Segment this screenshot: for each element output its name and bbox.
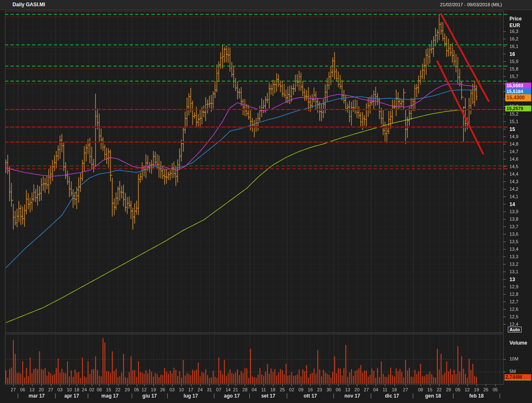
price-tick-label: 14,5: [509, 164, 518, 169]
price-tick-label: 13,7: [509, 224, 518, 229]
x-week-label: 15: [427, 387, 432, 392]
date-range: 21/02/2017 - 09/03/2018 (MIL): [440, 2, 502, 7]
x-week-label: 26: [160, 387, 165, 392]
x-month-label: dic 17: [385, 393, 399, 399]
volume-tick-label: 10M: [509, 356, 518, 361]
price-tick-label: 14,2: [509, 186, 518, 191]
price-tick-label: 13: [509, 277, 515, 282]
price-tick-label: 14,8: [509, 141, 518, 146]
price-tick-label: 12,7: [509, 299, 518, 304]
price-tick-label: 12,9: [509, 284, 518, 289]
price-tick-label: 16,3: [509, 29, 518, 34]
x-month-label: nov 17: [344, 393, 360, 399]
volume-tick-label: 5M: [509, 369, 516, 374]
price-marker-ma-blue: 15,5184: [505, 88, 531, 94]
price-tick-label: 14,3: [509, 179, 518, 184]
price-tick-label: 13,4: [509, 247, 518, 252]
x-week-label: 20: [39, 387, 44, 392]
x-week-label: 30: [326, 387, 331, 392]
x-week-label: 27: [364, 387, 369, 392]
x-week-label: 08: [418, 387, 423, 392]
price-tick-label: 13,5: [509, 239, 518, 244]
chart-canvas[interactable]: [0, 0, 532, 403]
x-month-separator: |: [167, 393, 168, 398]
price-tick-label: 14: [509, 202, 515, 207]
x-week-label: 17: [188, 387, 193, 392]
volume-marker-last: 2,744M: [504, 374, 531, 380]
x-month-separator: |: [55, 393, 56, 398]
x-month-label: ago 17: [224, 393, 240, 399]
x-month-label: giu 17: [143, 393, 157, 399]
x-week-label: 19: [474, 387, 479, 392]
x-month-label: gen 18: [425, 393, 441, 399]
x-week-label: 29: [125, 387, 130, 392]
x-week-label: 22: [115, 387, 120, 392]
price-tick-label: 13,8: [509, 217, 518, 222]
x-week-label: 27: [403, 387, 408, 392]
x-week-label: 07: [216, 387, 221, 392]
x-month-separator: |: [370, 393, 371, 398]
volume-axis-title: Volume: [509, 340, 527, 346]
price-tick-label: 15,9: [509, 59, 518, 64]
x-week-label: 06: [20, 387, 25, 392]
x-week-label: 02: [289, 387, 294, 392]
x-month-separator: |: [88, 393, 89, 398]
x-week-label: 20: [354, 387, 359, 392]
x-week-label: 15: [106, 387, 111, 392]
x-week-label: 05: [493, 387, 498, 392]
price-tick-label: 16,1: [509, 44, 518, 49]
x-week-label: 18: [271, 387, 276, 392]
x-week-label: 31: [207, 387, 212, 392]
x-month-separator: |: [18, 393, 19, 398]
x-month-label: mag 17: [101, 393, 118, 399]
x-month-separator: |: [412, 393, 414, 398]
x-week-label: 05: [134, 387, 139, 392]
x-week-label: 16: [308, 387, 313, 392]
auto-scale-button[interactable]: Auto: [508, 327, 522, 332]
x-week-label: 21: [233, 387, 238, 392]
x-week-label: 03: [58, 387, 63, 392]
x-week-label: 25: [280, 387, 285, 392]
x-month-separator: |: [499, 393, 500, 398]
price-tick-label: 15,7: [509, 74, 518, 79]
x-week-label: 19: [151, 387, 156, 392]
x-month-label: lug 17: [183, 393, 198, 399]
x-week-label: 22: [437, 387, 442, 392]
x-week-label: 18: [74, 387, 79, 392]
x-month-label: feb 18: [469, 393, 484, 399]
price-tick-label: 15,8: [509, 66, 518, 71]
price-tick-label: 13,3: [509, 254, 518, 259]
x-week-label: 12: [464, 387, 469, 392]
price-tick-label: 12,5: [509, 314, 518, 319]
x-week-label: 26: [483, 387, 488, 392]
x-month-separator: |: [286, 393, 288, 398]
chart-window: Daily GASI.MI 21/02/2017 - 09/03/2018 (M…: [0, 0, 532, 403]
price-tick-label: 13,9: [509, 209, 518, 214]
price-axis-currency: EUR: [509, 23, 520, 28]
price-tick-label: 14,6: [509, 156, 518, 161]
x-week-label: 11: [261, 387, 266, 392]
x-week-label: 27: [48, 387, 53, 392]
x-week-label: 04: [373, 387, 378, 392]
x-week-label: 08: [97, 387, 102, 392]
price-tick-label: 14,9: [509, 134, 518, 139]
x-week-label: 10: [67, 387, 72, 392]
x-week-label: 27: [11, 387, 16, 392]
x-week-label: 13: [345, 387, 350, 392]
x-month-separator: |: [452, 393, 454, 398]
price-axis-title: Price: [509, 16, 522, 22]
x-month-label: set 17: [261, 393, 275, 399]
x-week-label: 24: [198, 387, 203, 392]
x-week-label: 10: [179, 387, 184, 392]
x-week-label: 09: [299, 387, 304, 392]
x-month-separator: |: [249, 393, 250, 398]
x-month-label: mar 17: [29, 393, 45, 399]
x-week-label: 02: [89, 387, 94, 392]
price-tick-label: 15: [509, 126, 515, 132]
price-tick-label: 13,6: [509, 232, 518, 237]
price-marker-ma-magenta: 15,5593: [505, 83, 531, 88]
x-week-label: 11: [383, 387, 387, 392]
price-tick-label: 13,1: [509, 269, 518, 274]
x-week-label: 28: [242, 387, 247, 392]
x-week-label: 23: [317, 387, 322, 392]
